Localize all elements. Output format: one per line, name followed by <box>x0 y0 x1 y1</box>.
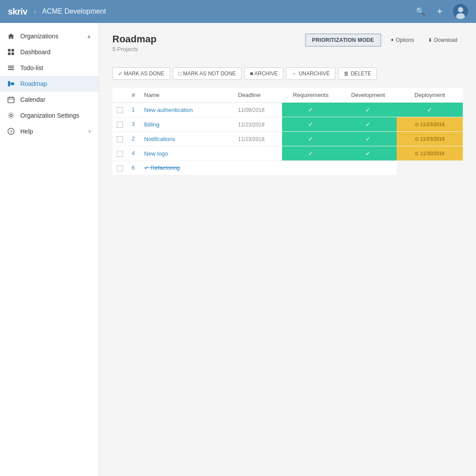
main-content: Roadmap 5 Projects PRIORITIZATION MODE ✦… <box>99 23 476 476</box>
row-checkbox[interactable] <box>117 122 123 128</box>
row-name[interactable]: New logo <box>140 146 234 161</box>
app-logo[interactable]: skriv <box>8 7 27 17</box>
table-row: 4New logo✓✓⊙ 11/30/2018 <box>112 146 463 161</box>
prioritization-mode-button[interactable]: PRIORITIZATION MODE <box>305 33 381 47</box>
add-icon[interactable]: + <box>437 6 443 17</box>
row-development: ✓ <box>339 103 397 117</box>
search-icon[interactable]: 🔍 <box>416 7 425 16</box>
roadmap-icon <box>7 80 15 88</box>
mark-as-not-done-button[interactable]: □ MARK AS NOT DONE <box>173 67 242 80</box>
sidebar-label-dashboard: Dashboard <box>20 48 92 56</box>
archive-button[interactable]: ■ ARCHIVE <box>244 67 283 80</box>
project-name[interactable]: ACME Development <box>42 7 106 15</box>
row-requirements: ✓ <box>282 103 339 117</box>
sidebar-item-help[interactable]: ? Help + <box>0 123 99 139</box>
row-deadline <box>234 161 282 175</box>
mark-as-done-button[interactable]: ✓ MARK AS DONE <box>112 67 170 80</box>
row-development <box>339 161 397 175</box>
svg-rect-7 <box>8 66 14 67</box>
sidebar-item-calendar[interactable]: Calendar <box>0 92 99 108</box>
dashboard-icon <box>7 48 15 56</box>
gear-icon <box>7 112 15 119</box>
user-avatar[interactable] <box>453 4 468 19</box>
sidebar-label-todolist: Todo-list <box>20 64 92 71</box>
row-deployment <box>397 161 463 175</box>
row-number: 1 <box>127 103 140 117</box>
check-icon: ✓ <box>308 106 313 113</box>
row-development: ✓ <box>339 146 397 161</box>
check-icon: ✓ <box>365 121 371 128</box>
sidebar-label-help: Help <box>20 128 82 135</box>
row-number: 3 <box>127 117 140 132</box>
delete-button[interactable]: 🗑 DELETE <box>338 67 377 80</box>
row-number: 4 <box>127 146 140 161</box>
page-header-section: Roadmap 5 Projects PRIORITIZATION MODE ✦… <box>112 33 463 60</box>
sidebar-item-roadmap[interactable]: Roadmap <box>0 76 99 92</box>
roadmap-table: # Name Deadline Requirements Development… <box>112 88 463 175</box>
page-controls: PRIORITIZATION MODE ✦ Options ⬇ Download <box>305 33 463 47</box>
check-icon: ✓ <box>365 106 371 113</box>
page-title: Roadmap <box>112 33 156 45</box>
sidebar-label-roadmap: Roadmap <box>20 80 92 87</box>
svg-rect-4 <box>11 49 14 52</box>
row-checkbox[interactable] <box>117 151 123 157</box>
row-development: ✓ <box>339 117 397 132</box>
svg-rect-5 <box>8 52 11 55</box>
sidebar-label-organizations: Organizations <box>20 33 81 40</box>
sidebar-item-org-settings[interactable]: Organization Settings <box>0 108 99 123</box>
check-icon: ✓ <box>308 150 313 157</box>
row-development: ✓ <box>339 132 397 146</box>
plus-icon[interactable]: + <box>88 127 92 135</box>
page-header: Roadmap 5 Projects <box>112 33 156 52</box>
app-layout: Organizations ▲ Dashboard <box>0 23 476 476</box>
col-header-development: Development <box>339 88 397 103</box>
row-name[interactable]: Notifications <box>140 132 234 146</box>
top-navigation: skriv › ACME Development 🔍 + <box>0 0 476 23</box>
check-icon: ✓ <box>308 135 313 142</box>
row-deadline: 11/23/2018 <box>234 117 282 132</box>
row-deadline: 11/09/2018 <box>234 103 282 117</box>
row-checkbox[interactable] <box>117 107 123 113</box>
svg-point-1 <box>458 7 463 12</box>
col-header-deadline: Deadline <box>234 88 282 103</box>
row-name[interactable]: ✓ Refactoring <box>140 161 234 175</box>
svg-point-16 <box>10 115 12 117</box>
svg-rect-8 <box>8 67 14 68</box>
svg-text:?: ? <box>10 130 13 134</box>
table-row: 1New authentication11/09/2018✓✓✓ <box>112 103 463 117</box>
col-header-num: # <box>127 88 140 103</box>
col-header-name: Name <box>140 88 234 103</box>
row-deadline <box>234 146 282 161</box>
svg-rect-11 <box>11 82 14 85</box>
row-name[interactable]: New authentication <box>140 103 234 117</box>
row-requirements: ✓ <box>282 132 339 146</box>
row-checkbox[interactable] <box>117 165 123 171</box>
sidebar-item-dashboard[interactable]: Dashboard <box>0 44 99 60</box>
unarchive-button[interactable]: ← UNARCHIVE <box>286 67 335 80</box>
page-subtitle: 5 Projects <box>112 46 156 52</box>
svg-rect-6 <box>11 52 14 55</box>
row-number: 2 <box>127 132 140 146</box>
sidebar-item-todolist[interactable]: Todo-list <box>0 60 99 76</box>
row-deployment: ⊙ 11/23/2018 <box>397 132 463 146</box>
row-deployment: ⊙ 11/23/2018 <box>397 117 463 132</box>
home-icon <box>7 32 15 40</box>
sidebar-item-organizations[interactable]: Organizations ▲ <box>0 28 99 44</box>
row-deployment: ⊙ 11/30/2018 <box>397 146 463 161</box>
row-name[interactable]: Billing <box>140 117 234 132</box>
svg-rect-12 <box>8 97 14 103</box>
breadcrumb-separator: › <box>33 7 36 15</box>
table-row: 6✓ Refactoring <box>112 161 463 175</box>
table-row: 3Billing11/23/2018✓✓⊙ 11/23/2018 <box>112 117 463 132</box>
svg-rect-10 <box>8 81 10 86</box>
col-header-requirements: Requirements <box>282 88 339 103</box>
options-button[interactable]: ✦ Options <box>385 35 420 45</box>
row-requirements: ✓ <box>282 146 339 161</box>
row-checkbox[interactable] <box>117 136 123 142</box>
download-button[interactable]: ⬇ Download <box>423 35 463 45</box>
sidebar: Organizations ▲ Dashboard <box>0 23 99 476</box>
list-icon <box>7 64 15 72</box>
action-toolbar: ✓ MARK AS DONE □ MARK AS NOT DONE ■ ARCH… <box>112 67 463 80</box>
row-requirements: ✓ <box>282 117 339 132</box>
check-icon: ✓ <box>308 121 313 128</box>
